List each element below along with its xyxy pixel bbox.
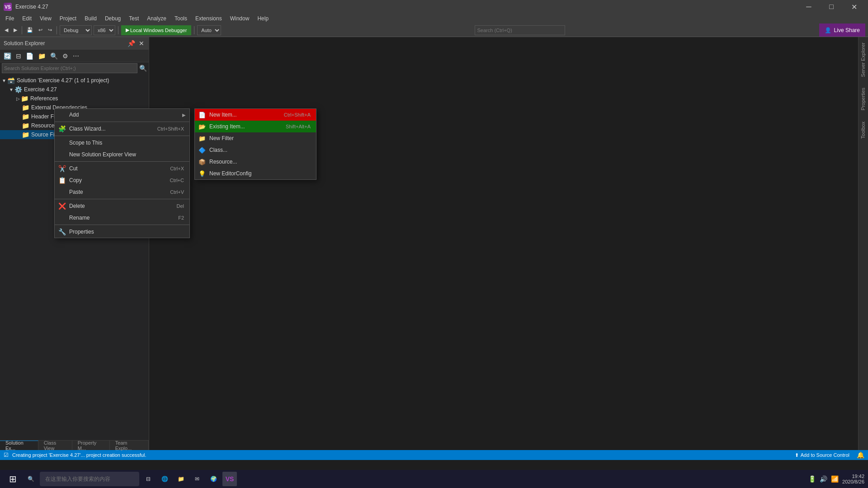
menu-item-tools[interactable]: Tools <box>171 14 191 23</box>
tree-item[interactable]: ▼⚙️Exercise 4.27 <box>0 85 149 94</box>
context-menu-item-class-wizard[interactable]: 🧩Class Wizard...Ctrl+Shift+X <box>55 123 189 135</box>
se-more-button[interactable]: ⋯ <box>71 52 81 61</box>
class-sub-icon: 🔷 <box>198 146 206 154</box>
taskbar-browser-icon[interactable]: 🌍 <box>206 472 221 486</box>
toolbox-tab[interactable]: Toolbox <box>859 116 868 144</box>
context-menu-item-cut[interactable]: ✂️CutCtrl+X <box>55 163 189 174</box>
taskbar-file-icon[interactable]: 📁 <box>174 472 188 486</box>
server-explorer-tab[interactable]: Server Explorer <box>859 37 868 82</box>
existing-item-sub-shortcut: Shift+Alt+A <box>286 124 311 129</box>
se-close-button[interactable]: ✕ <box>138 39 145 48</box>
se-collapse-button[interactable]: ⊟ <box>14 52 23 61</box>
bell-icon[interactable]: 🔔 <box>857 451 864 459</box>
menu-item-build[interactable]: Build <box>81 14 100 23</box>
submenu-item-new-filter[interactable]: 📁New Filter <box>195 132 316 144</box>
bottom-tab-team-explo[interactable]: Team Explo... <box>110 441 149 450</box>
add-to-source-control-button[interactable]: ⬆ Add to Source Control <box>795 452 849 458</box>
toolbar-redo-button[interactable]: ↪ <box>46 25 54 35</box>
menu-item-view[interactable]: View <box>36 14 55 23</box>
se-title-text: Solution Explorer <box>4 40 45 47</box>
submenu-item-class[interactable]: 🔷Class... <box>195 144 316 156</box>
menu-item-help[interactable]: Help <box>254 14 272 23</box>
context-menu-item-copy[interactable]: 📋CopyCtrl+C <box>55 174 189 186</box>
context-menu-separator <box>55 161 189 162</box>
toolbar-back-button[interactable]: ◀ <box>3 25 10 35</box>
context-menu-item-rename[interactable]: RenameF2 <box>55 212 189 224</box>
solution-explorer-panel: Solution Explorer 📌 ✕ 🔄 ⊟ 📄 📁 🔍 ⚙ ⋯ 🔍 ▼🗃… <box>0 37 149 450</box>
submenu-item-new-editorconfig[interactable]: 💡New EditorConfig <box>195 168 316 179</box>
menu-bar: FileEditViewProjectBuildDebugTestAnalyze… <box>0 14 868 23</box>
menu-item-project[interactable]: Project <box>56 14 80 23</box>
start-icon: ⊞ <box>9 474 17 484</box>
submenu-item-resource[interactable]: 📦Resource... <box>195 156 316 168</box>
delete-icon: ❌ <box>58 202 66 210</box>
delete-label: Delete <box>69 203 173 209</box>
se-search-input[interactable] <box>2 63 137 73</box>
tree-item[interactable]: ▷📁References <box>0 94 149 103</box>
taskbar-volume-icon: 🔊 <box>820 475 827 483</box>
context-menu-item-properties[interactable]: 🔧Properties <box>55 226 189 238</box>
taskbar-edge-icon[interactable]: 🌐 <box>157 472 172 486</box>
close-button[interactable]: ✕ <box>844 0 864 14</box>
new-filter-sub-icon: 📁 <box>198 135 206 142</box>
context-menu-item-paste[interactable]: PasteCtrl+V <box>55 186 189 198</box>
menu-item-extensions[interactable]: Extensions <box>192 14 226 23</box>
menu-item-edit[interactable]: Edit <box>19 14 35 23</box>
toolbar-undo-button[interactable]: ↩ <box>37 25 44 35</box>
se-search-wrapper: 🔍 <box>0 62 149 74</box>
taskbar-vs-icon[interactable]: VS <box>222 472 237 486</box>
platform-dropdown[interactable]: x86 x64 <box>94 25 115 35</box>
taskbar-mail-icon[interactable]: ✉ <box>190 472 204 486</box>
menu-item-test[interactable]: Test <box>125 14 142 23</box>
toolbar: ◀ ▶ 💾 ↩ ↪ Debug Release x86 x64 ▶ Local … <box>0 23 868 37</box>
context-menu-item-add[interactable]: Add <box>55 109 189 121</box>
right-sidebar: Server Explorer Properties Toolbox <box>858 37 868 450</box>
se-search-button[interactable]: 🔍 <box>139 65 147 72</box>
minimize-button[interactable]: ─ <box>798 0 819 14</box>
delete-shortcut: Del <box>176 203 184 209</box>
bottom-tab-solution-ex[interactable]: Solution Ex... <box>0 441 38 450</box>
properties-tab[interactable]: Properties <box>859 82 868 116</box>
live-share-button[interactable]: 👤 Live Share <box>819 23 865 37</box>
se-show-files-button[interactable]: 📁 <box>36 52 47 61</box>
context-menu-separator <box>55 136 189 136</box>
paste-icon <box>58 188 66 196</box>
se-property-pages-button[interactable]: 📄 <box>24 52 35 61</box>
se-filter-button[interactable]: 🔍 <box>48 52 60 61</box>
context-menu-item-scope-to-this[interactable]: Scope to This <box>55 137 189 149</box>
menu-item-file[interactable]: File <box>2 14 18 23</box>
menu-item-window[interactable]: Window <box>226 14 253 23</box>
cut-icon: ✂️ <box>58 165 66 172</box>
se-settings-button[interactable]: ⚙ <box>61 52 70 61</box>
context-menu-item-new-solution-view[interactable]: New Solution Explorer View <box>55 149 189 160</box>
global-search-input[interactable] <box>475 25 565 35</box>
source-control-label: Add to Source Control <box>801 452 849 458</box>
debug-config-dropdown[interactable]: Debug Release <box>60 25 92 35</box>
notification-bar: ☑ Creating project 'Exercise 4.27'... pr… <box>0 450 868 460</box>
context-menu-item-delete[interactable]: ❌DeleteDel <box>55 200 189 212</box>
submenu-item-new-item[interactable]: 📄New Item...Ctrl+Shift+A <box>195 109 316 121</box>
taskbar-search-icon[interactable]: 🔍 <box>24 472 38 486</box>
submenu-item-existing-item[interactable]: 📂Existing Item...Shift+Alt+A <box>195 121 316 132</box>
menu-item-debug[interactable]: Debug <box>101 14 124 23</box>
paste-label: Paste <box>69 189 166 195</box>
menu-item-analyze[interactable]: Analyze <box>143 14 170 23</box>
se-sync-button[interactable]: 🔄 <box>2 52 13 61</box>
toolbar-save-all-button[interactable]: 💾 <box>25 25 35 35</box>
start-button[interactable]: ⊞ <box>4 471 22 487</box>
maximize-button[interactable]: □ <box>821 0 842 14</box>
bottom-tab-property-m[interactable]: Property M... <box>72 441 110 450</box>
bottom-tab-class-view[interactable]: Class View <box>38 441 72 450</box>
tree-item[interactable]: ▼🗃️Solution 'Exercise 4.27' (1 of 1 proj… <box>0 76 149 85</box>
new-item-sub-icon: 📄 <box>198 111 206 118</box>
editor-area <box>149 37 858 450</box>
copy-icon: 📋 <box>58 177 66 184</box>
taskbar-task-view[interactable]: ⊟ <box>141 472 156 486</box>
notification-text: Creating project 'Exercise 4.27'... proj… <box>12 452 146 458</box>
taskbar-search-input[interactable] <box>40 472 139 486</box>
se-pin-button[interactable]: 📌 <box>127 39 136 48</box>
toolbar-forward-button[interactable]: ▶ <box>12 25 19 35</box>
main-layout: Solution Explorer 📌 ✕ 🔄 ⊟ 📄 📁 🔍 ⚙ ⋯ 🔍 ▼🗃… <box>0 37 868 450</box>
run-button[interactable]: ▶ Local Windows Debugger <box>121 25 191 35</box>
auto-dropdown[interactable]: Auto <box>197 25 221 35</box>
